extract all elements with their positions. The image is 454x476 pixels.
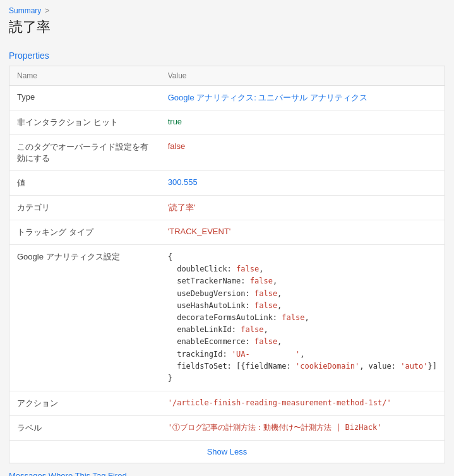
- row-value: '①ブログ記事の計測方法：動機付け〜計測方法 | BizHack': [160, 416, 445, 441]
- table-row: 値300.555: [9, 171, 445, 196]
- table-row: トラッキング タイプ'TRACK_EVENT': [9, 220, 445, 245]
- top-bar: Summary > 読了率: [0, 0, 454, 44]
- row-value: '読了率': [160, 196, 445, 220]
- row-name: Type: [9, 86, 160, 110]
- page-title: 読了率: [9, 18, 445, 42]
- col-value-header: Value: [160, 66, 445, 86]
- row-name: カテゴリ: [9, 196, 160, 220]
- breadcrumb-summary[interactable]: Summary: [9, 6, 41, 15]
- row-value: { doubleClick: false, setTrackerName: fa…: [160, 245, 445, 391]
- table-row: アクション'/article-finish-reading-measuremen…: [9, 391, 445, 416]
- properties-section-title: Properties: [0, 44, 454, 66]
- row-value: Google アナリティクス: ユニバーサル アナリティクス: [160, 86, 445, 110]
- table-header-row: Name Value: [9, 66, 445, 86]
- row-name: 非インタラクション ヒット: [9, 110, 160, 135]
- row-name: アクション: [9, 391, 160, 416]
- row-name: Google アナリティクス設定: [9, 245, 160, 391]
- messages-section: Messages Where This Tag Fired: [0, 463, 454, 476]
- row-name: 値: [9, 171, 160, 196]
- row-name: このタグでオーバーライド設定を有効にする: [9, 135, 160, 171]
- table-row: このタグでオーバーライド設定を有効にするfalse: [9, 135, 445, 171]
- col-name-header: Name: [9, 66, 160, 86]
- row-value: 'TRACK_EVENT': [160, 220, 445, 245]
- row-value: true: [160, 110, 445, 135]
- properties-table: Name Value TypeGoogle アナリティクス: ユニバーサル アナ…: [9, 66, 445, 463]
- table-row: ラベル'①ブログ記事の計測方法：動機付け〜計測方法 | BizHack': [9, 416, 445, 441]
- breadcrumb: Summary >: [9, 6, 445, 15]
- breadcrumb-separator: >: [45, 6, 49, 15]
- row-name: ラベル: [9, 416, 160, 441]
- messages-where-tag-fired-link[interactable]: Messages Where This Tag Fired: [9, 471, 127, 476]
- table-row: カテゴリ'読了率': [9, 196, 445, 220]
- table-row: 非インタラクション ヒットtrue: [9, 110, 445, 135]
- row-value: false: [160, 135, 445, 171]
- row-value: 300.555: [160, 171, 445, 196]
- show-less-row: Show Less: [9, 441, 445, 463]
- show-less-button[interactable]: Show Less: [207, 447, 248, 456]
- row-value: '/article-finish-reading-measurement-met…: [160, 391, 445, 416]
- table-row: Google アナリティクス設定{ doubleClick: false, se…: [9, 245, 445, 391]
- table-row: TypeGoogle アナリティクス: ユニバーサル アナリティクス: [9, 86, 445, 110]
- row-name: トラッキング タイプ: [9, 220, 160, 245]
